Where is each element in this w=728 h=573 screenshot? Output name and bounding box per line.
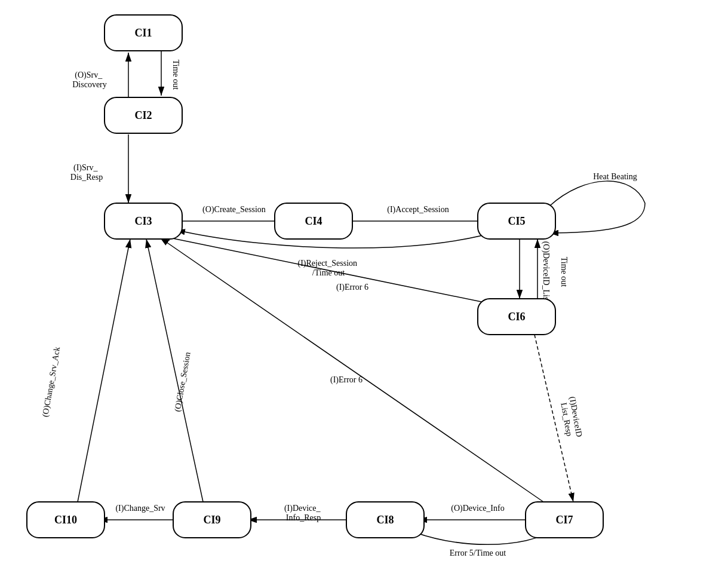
label-ci7: CI7 (555, 514, 573, 526)
label-srv-dis-resp: (I)Srv_ Dis_Resp (70, 163, 103, 182)
label-device-info-resp: (I)Device_ Info_Resp (284, 504, 322, 522)
edge-ci10-ci3 (78, 239, 130, 502)
label-ci6: CI6 (508, 311, 525, 323)
edge-ci6-ci3-error6 (161, 236, 496, 305)
label-error5-timeout: Error 5/Time out (450, 549, 506, 557)
label-device-info: (O)Device_Info (451, 504, 504, 513)
label-close-session: (O)Close_Session (173, 351, 192, 412)
label-ci3: CI3 (134, 215, 152, 227)
label-ci4: CI4 (305, 215, 322, 227)
label-error6-ci7: (I)Error 6 (330, 375, 363, 385)
label-ci9: CI9 (203, 514, 220, 526)
label-srvdisc: (O)Srv_ Discovery (72, 71, 107, 89)
label-ci10: CI10 (54, 514, 77, 526)
label-error6-ci6: (I)Error 6 (336, 283, 368, 292)
label-heat-beating: Heat Beating (593, 172, 637, 181)
edge-ci7-ci3-error6 (160, 238, 543, 502)
label-ci8: CI8 (376, 514, 394, 526)
label-accept-session: (I)Accept_Session (387, 205, 449, 215)
label-deviceid-list: (O)DeviceID_List (541, 241, 551, 303)
label-create-session: (O)Create_Session (202, 205, 266, 215)
label-ci1: CI1 (134, 27, 152, 39)
edge-ci5-self (549, 181, 645, 233)
label-timeout-ci6-ci5: Time out (560, 257, 569, 287)
label-timeout-ci1-ci2: Time out (171, 60, 180, 90)
label-ci2: CI2 (134, 109, 152, 121)
edge-ci9-ci3-close (146, 239, 203, 502)
label-change-srv: (I)Change_Srv (115, 504, 165, 513)
label-change-srv-ack: (O)Change_Srv_Ack (41, 346, 62, 418)
label-ci5: CI5 (508, 215, 525, 227)
label-deviceid-list-resp: (I)DeviceID List_Resp (558, 396, 584, 442)
